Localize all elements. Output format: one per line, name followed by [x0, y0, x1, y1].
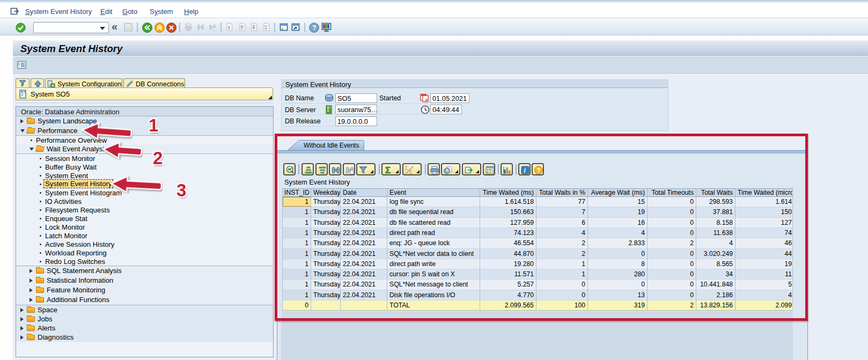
svg-text:12: 12: [426, 99, 429, 102]
svg-text:?: ?: [312, 24, 317, 32]
